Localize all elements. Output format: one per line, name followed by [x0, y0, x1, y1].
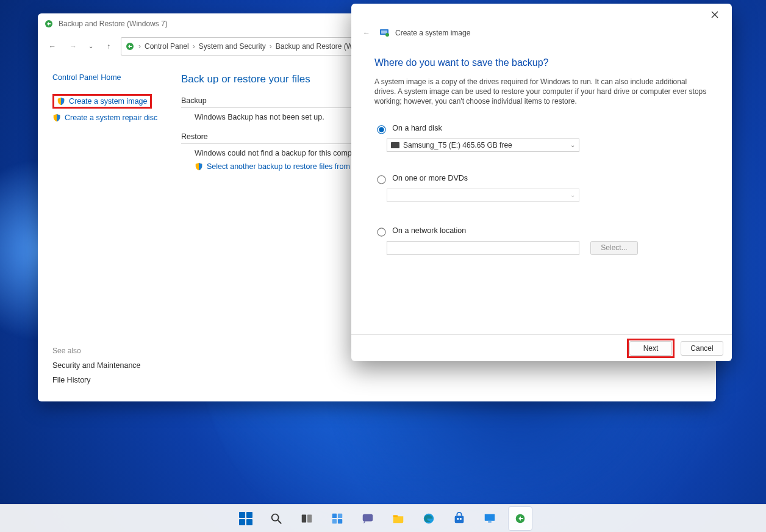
- option-hard-disk-label: On a hard disk: [392, 124, 442, 132]
- chevron-right-icon: ›: [138, 42, 141, 51]
- svg-point-4: [385, 33, 389, 37]
- nav-recent-button[interactable]: ⌄: [85, 38, 96, 55]
- breadcrumb[interactable]: Control Panel›: [145, 42, 195, 51]
- settings-app-button[interactable]: [478, 506, 502, 531]
- next-button[interactable]: Next: [629, 341, 672, 356]
- nav-up-button[interactable]: ↑: [100, 38, 117, 55]
- wizard-body: Where do you want to save the backup? A …: [351, 40, 732, 334]
- sidebar-create-system-image[interactable]: Create a system image: [57, 97, 148, 106]
- svg-rect-8: [307, 514, 312, 522]
- start-button[interactable]: [234, 506, 258, 531]
- highlight-next: Next: [627, 339, 675, 358]
- system-image-icon: [379, 27, 389, 39]
- sidebar-create-repair-disc[interactable]: Create a system repair disc: [52, 113, 175, 122]
- option-network-label: On a network location: [392, 226, 466, 235]
- select-network-button[interactable]: Select...: [590, 241, 638, 255]
- cp-sidebar: Control Panel Home Create a system image…: [38, 59, 175, 401]
- create-system-image-wizard: ← Create a system image Where do you wan…: [351, 4, 732, 361]
- file-explorer-button[interactable]: [386, 506, 410, 531]
- edge-button[interactable]: [417, 506, 441, 531]
- search-icon: [270, 512, 283, 525]
- radio-network[interactable]: [377, 228, 385, 236]
- svg-rect-13: [363, 514, 373, 521]
- backup-restore-icon: [44, 19, 54, 29]
- task-view-icon: [300, 512, 313, 525]
- search-button[interactable]: [264, 506, 288, 531]
- option-hard-disk[interactable]: On a hard disk: [374, 124, 709, 134]
- cancel-button[interactable]: Cancel: [681, 341, 723, 356]
- backup-restore-icon: [514, 512, 527, 525]
- svg-rect-12: [338, 519, 342, 523]
- svg-rect-20: [488, 521, 492, 522]
- option-dvds[interactable]: On one or more DVDs: [374, 174, 709, 184]
- svg-rect-18: [460, 518, 462, 520]
- backup-restore-icon: [125, 41, 135, 51]
- svg-point-5: [272, 514, 279, 520]
- wizard-heading: Where do you want to save the backup?: [374, 57, 709, 68]
- svg-rect-9: [332, 513, 337, 517]
- shield-icon: [57, 97, 65, 106]
- hard-disk-dropdown[interactable]: Samsung_T5 (E:) 465.65 GB free ⌄: [387, 138, 579, 152]
- seealso-file-history[interactable]: File History: [52, 376, 141, 384]
- select-another-backup-link[interactable]: Select another backup to restore files f…: [195, 162, 350, 171]
- svg-rect-17: [457, 518, 459, 520]
- wizard-description: A system image is a copy of the drives r…: [374, 77, 709, 107]
- monitor-icon: [483, 512, 496, 525]
- option-dvds-label: On one or more DVDs: [392, 174, 468, 182]
- sidebar-home-link[interactable]: Control Panel Home: [52, 73, 175, 82]
- svg-rect-10: [338, 513, 342, 517]
- task-view-button[interactable]: [295, 506, 319, 531]
- svg-rect-3: [381, 31, 387, 34]
- see-also-header: See also: [52, 347, 141, 355]
- hard-disk-selected-value: Samsung_T5 (E:) 465.65 GB free: [403, 141, 512, 149]
- seealso-security-maintenance[interactable]: Security and Maintenance: [52, 361, 141, 370]
- svg-rect-19: [485, 514, 495, 520]
- shield-icon: [195, 162, 203, 171]
- widgets-button[interactable]: [325, 506, 349, 531]
- hdd-icon: [391, 142, 399, 148]
- chevron-down-icon: ⌄: [570, 192, 575, 198]
- dvd-dropdown[interactable]: ⌄: [387, 189, 579, 202]
- windows-icon: [239, 512, 252, 525]
- close-button[interactable]: [704, 6, 726, 23]
- edge-icon: [422, 512, 435, 525]
- nav-forward-button[interactable]: →: [65, 38, 82, 55]
- chevron-down-icon: ⌄: [570, 142, 575, 148]
- folder-icon: [392, 512, 405, 525]
- store-icon: [453, 512, 466, 525]
- cp-title-text: Backup and Restore (Windows 7): [59, 20, 168, 28]
- chat-button[interactable]: [356, 506, 380, 531]
- nav-back-button[interactable]: ←: [44, 38, 61, 55]
- radio-dvds[interactable]: [377, 175, 385, 184]
- store-button[interactable]: [447, 506, 471, 531]
- radio-hard-disk[interactable]: [377, 125, 385, 134]
- highlight-create-image: Create a system image: [52, 94, 152, 109]
- taskbar: [0, 504, 766, 532]
- svg-rect-7: [302, 514, 306, 522]
- wizard-footer: Next Cancel: [351, 334, 732, 361]
- backup-restore-taskbar-button[interactable]: [508, 506, 532, 531]
- svg-rect-16: [455, 516, 464, 523]
- svg-rect-14: [393, 515, 398, 517]
- svg-line-6: [278, 520, 282, 523]
- svg-rect-11: [332, 519, 337, 523]
- breadcrumb[interactable]: System and Security›: [199, 42, 272, 51]
- wizard-back-button[interactable]: ←: [360, 26, 373, 40]
- wizard-header: ← Create a system image: [351, 26, 732, 40]
- option-network[interactable]: On a network location: [374, 226, 709, 236]
- wizard-titlebar: [351, 4, 732, 26]
- shield-icon: [52, 113, 61, 122]
- wizard-caption: Create a system image: [395, 29, 470, 37]
- network-path-input[interactable]: [387, 241, 579, 255]
- widgets-icon: [331, 512, 344, 525]
- see-also: See also Security and Maintenance File H…: [52, 347, 141, 390]
- chat-icon: [361, 512, 374, 525]
